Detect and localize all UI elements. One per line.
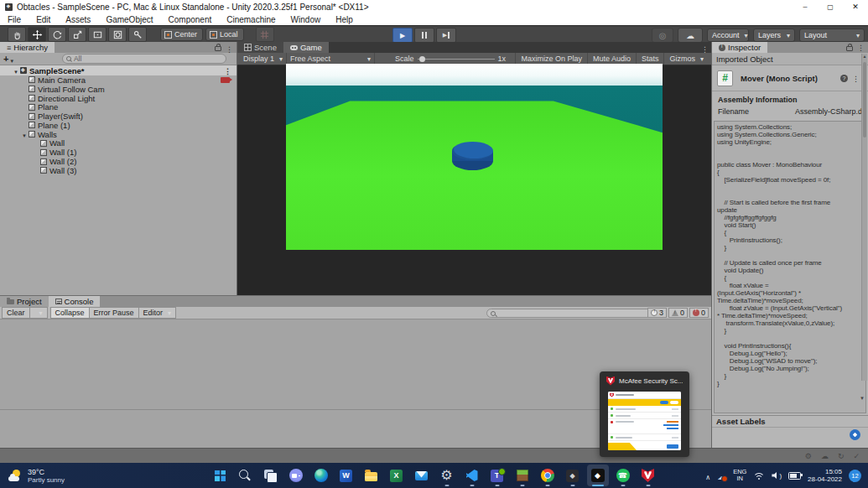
battery-icon[interactable] [788, 472, 801, 480]
tag-icon[interactable] [850, 429, 860, 440]
scroll-down-icon[interactable] [860, 396, 865, 401]
kebab-menu-icon[interactable] [224, 66, 231, 75]
taskbar-icon-excel[interactable] [386, 465, 408, 486]
minimize-button[interactable] [793, 0, 818, 13]
collapse-toggle[interactable]: Collapse [50, 307, 90, 319]
hierarchy-item[interactable]: Wall (3) [0, 166, 236, 175]
clear-button[interactable]: Clear [2, 307, 30, 319]
hierarchy-item[interactable]: Virtual Follow Cam [0, 85, 236, 94]
transform-tool-button[interactable] [108, 27, 127, 42]
taskbar-icon-edge[interactable] [310, 465, 332, 486]
display-dropdown[interactable]: Display 1 [240, 53, 287, 65]
menu-item[interactable]: Edit [29, 15, 58, 24]
chevron-down-icon[interactable] [8, 51, 13, 66]
expand-arrow-icon[interactable] [12, 66, 20, 75]
info-count[interactable]: 3 [647, 308, 667, 318]
error-count[interactable]: 0 [689, 308, 709, 318]
layers-dropdown[interactable]: Layers [753, 29, 795, 42]
tab-project[interactable]: Project [0, 296, 49, 307]
menu-item[interactable]: Component [161, 15, 220, 24]
taskbar-icon-teams[interactable] [486, 465, 508, 486]
taskbar-icon-task-view[interactable] [260, 465, 282, 486]
hand-tool-button[interactable] [8, 27, 26, 42]
scrollbar-thumb[interactable] [863, 62, 866, 138]
mcafee-taskbar-preview[interactable]: McAfee Security Sc... [600, 371, 689, 457]
hierarchy-item[interactable]: Player(Swift) [0, 112, 236, 121]
pivot-center-button[interactable]: Center [160, 28, 203, 41]
onedrive-icon[interactable] [717, 468, 726, 483]
close-button[interactable] [843, 0, 868, 13]
move-tool-button[interactable] [28, 27, 46, 42]
console-search-input[interactable] [486, 309, 665, 318]
editor-dropdown[interactable]: Editor [138, 307, 177, 319]
menu-item[interactable]: GameObject [98, 15, 160, 24]
stats-button[interactable]: Stats [636, 53, 664, 65]
taskbar-icon-chrome[interactable] [537, 465, 559, 486]
menu-item[interactable]: File [0, 15, 29, 24]
kebab-menu-icon[interactable] [226, 40, 233, 55]
hierarchy-item[interactable]: Wall [0, 139, 236, 148]
taskbar-icon-start[interactable] [210, 465, 231, 486]
menu-item[interactable]: Assets [58, 15, 98, 24]
hierarchy-item[interactable]: Plane (1) [0, 121, 236, 130]
hierarchy-item[interactable]: Directional Light [0, 94, 236, 103]
taskbar-icon-settings[interactable] [436, 465, 458, 486]
rotate-tool-button[interactable] [48, 27, 66, 42]
cloud-status-icon[interactable]: ☁ [821, 452, 829, 460]
tab-hierarchy[interactable]: Hierarchy [0, 42, 55, 53]
taskbar-icon-minecraft[interactable] [512, 465, 533, 486]
mute-audio-button[interactable]: Mute Audio [587, 53, 636, 65]
help-icon[interactable] [840, 75, 848, 82]
maximize-button[interactable] [818, 0, 843, 13]
inspector-scrollbar[interactable] [861, 54, 867, 381]
activity-icon[interactable]: ⚙ [805, 452, 812, 460]
scale-tool-button[interactable] [68, 27, 86, 42]
tab-scene[interactable]: Scene [237, 42, 283, 53]
pause-button[interactable] [414, 28, 434, 43]
refresh-icon[interactable]: ↻ [838, 452, 845, 460]
hierarchy-item[interactable]: Walls [0, 130, 236, 139]
mcafee-app-thumbnail[interactable] [608, 392, 681, 450]
rect-tool-button[interactable] [88, 27, 107, 42]
menu-item[interactable]: Help [328, 15, 361, 24]
error-pause-toggle[interactable]: Error Pause [89, 307, 139, 319]
aspect-dropdown[interactable]: Free Aspect [287, 53, 375, 65]
notification-count-badge[interactable]: 12 [849, 470, 861, 482]
weather-widget[interactable]: 39°C Partly sunny [0, 468, 151, 484]
script-component-header[interactable]: Mover (Mono Script) [712, 65, 868, 91]
taskbar-icon-mail[interactable] [411, 465, 433, 486]
taskbar-icon-unity-hub[interactable] [562, 465, 584, 486]
kebab-menu-icon[interactable] [701, 40, 709, 55]
taskbar-icon-word[interactable] [335, 465, 357, 486]
check-icon[interactable]: ✓ [853, 452, 860, 460]
game-render-viewport[interactable] [286, 64, 663, 250]
grid-snap-button[interactable] [256, 27, 274, 42]
space-local-button[interactable]: Local [205, 28, 244, 41]
clock[interactable]: 15:05 28-04-2022 [808, 468, 842, 483]
maximize-on-play-button[interactable]: Maximize On Play [515, 53, 587, 65]
kebab-menu-icon[interactable] [857, 43, 865, 52]
clear-dropdown[interactable] [29, 307, 48, 319]
hierarchy-search-input[interactable]: All [62, 54, 226, 64]
taskbar-icon-whatsapp[interactable] [612, 465, 634, 486]
layout-dropdown[interactable]: Layout [799, 29, 865, 42]
step-button[interactable] [436, 28, 456, 43]
tab-game[interactable]: Game [283, 42, 329, 53]
custom-tool-button[interactable] [128, 27, 147, 42]
hierarchy-item[interactable]: Main Camera [0, 75, 236, 85]
wifi-icon[interactable] [753, 471, 765, 480]
taskbar-icon-file-explorer[interactable] [361, 465, 382, 486]
warning-count[interactable]: 0 [668, 308, 688, 318]
cloud-button[interactable] [678, 28, 703, 43]
expand-arrow-icon[interactable] [20, 130, 29, 139]
volume-icon[interactable] [772, 472, 782, 480]
kebab-menu-icon[interactable] [852, 74, 860, 83]
scale-slider-knob[interactable] [419, 56, 425, 62]
taskbar-icon-chat[interactable] [285, 465, 307, 486]
taskbar-icon-unity[interactable] [587, 465, 609, 486]
menu-item[interactable]: Window [283, 15, 329, 24]
taskbar-icon-search[interactable] [235, 465, 257, 486]
services-button[interactable] [652, 28, 673, 43]
menu-item[interactable]: Cinemachine [219, 15, 283, 24]
hierarchy-item[interactable]: Plane [0, 102, 236, 112]
